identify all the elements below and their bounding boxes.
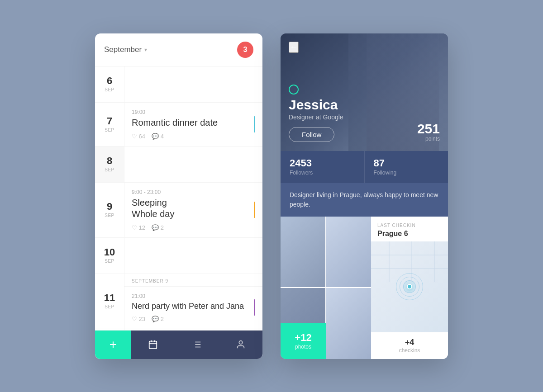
event-comments: 💬 2	[152, 224, 164, 231]
checkin-info: LAST CHECKIN Prague 6	[371, 217, 448, 241]
event-column[interactable]: 19:00 Romantic dinner date ♡ 64 💬 4	[124, 103, 262, 146]
event-indicator	[254, 299, 255, 316]
date-month: SEP	[105, 128, 114, 132]
profile-app: ← Jessica Designer at Google Follow 251 …	[281, 33, 448, 359]
svg-point-10	[239, 341, 242, 344]
points-label: points	[417, 136, 440, 142]
event-comments: 💬 2	[152, 316, 164, 322]
date-number: 9	[107, 202, 112, 212]
calendar-app: September ▾ 3 6 SEP 7 SEP 19:00 Romantic…	[95, 33, 262, 359]
month-selector[interactable]: September ▾	[104, 45, 147, 54]
add-event-button[interactable]: +	[95, 331, 131, 359]
event-time: 9:00 - 23:00	[132, 189, 255, 195]
event-comments: 💬 4	[152, 133, 164, 140]
date-number: 8	[107, 156, 112, 166]
calendar-row: 7 SEP 19:00 Romantic dinner date ♡ 64 💬 …	[95, 103, 262, 146]
profile-checkin: LAST CHECKIN Prague 6	[371, 217, 448, 359]
profile-photos: +12 photos	[281, 217, 371, 359]
date-month: SEP	[105, 167, 114, 172]
photos-count-number: +12	[295, 332, 311, 344]
date-column: 11 SEP	[95, 274, 124, 329]
profile-points: 251 points	[417, 122, 440, 142]
date-number: 11	[104, 293, 115, 303]
photos-count-button[interactable]: +12 photos	[281, 323, 326, 359]
event-title: SleepingWhole day	[132, 197, 255, 220]
date-month: SEP	[105, 213, 114, 218]
event-time: 21:00	[132, 293, 255, 299]
photo-thumbnail	[326, 288, 371, 359]
back-button[interactable]: ←	[289, 42, 299, 53]
calendar-row-active: 8 SEP	[95, 146, 262, 183]
date-month: SEP	[105, 87, 114, 92]
bottom-nav	[131, 331, 262, 359]
checkin-label: LAST CHECKIN	[377, 223, 442, 228]
month-label: September	[104, 45, 142, 54]
calendar-row: 9 SEP 9:00 - 23:00 SleepingWhole day ♡ 1…	[95, 183, 262, 238]
map-visual	[371, 241, 448, 332]
plus-icon: +	[110, 338, 117, 351]
profile-job-title: Designer at Google	[289, 113, 343, 121]
event-column	[124, 329, 262, 330]
profile-name: Jessica	[289, 98, 343, 112]
checkins-count-button[interactable]: +4 checkins	[371, 332, 448, 359]
profile-bottom: +12 photos LAST CHECKIN Prague 6	[281, 217, 448, 359]
notification-badge[interactable]: 3	[237, 42, 253, 58]
event-column	[124, 238, 262, 274]
follow-button[interactable]: Follow	[289, 127, 334, 142]
photo-thumbnail	[281, 217, 325, 288]
profile-stats: 2453 Followers 87 Following	[281, 151, 448, 183]
date-month: SEP	[105, 304, 114, 309]
map-location-dot	[407, 284, 412, 289]
profile-bio-section: Designer living in Prague, always happy …	[281, 183, 448, 217]
event-likes: ♡ 64	[132, 133, 145, 140]
date-month: SEP	[105, 259, 114, 264]
calendar-body: 6 SEP 7 SEP 19:00 Romantic dinner date ♡…	[95, 66, 262, 330]
date-column: 10 SEP	[95, 238, 124, 274]
event-likes: ♡ 23	[132, 316, 145, 322]
chevron-down-icon: ▾	[144, 47, 147, 53]
event-column	[124, 66, 262, 102]
followers-count: 2453	[290, 158, 355, 168]
following-stat[interactable]: 87 Following	[365, 151, 448, 183]
following-label: Following	[374, 170, 439, 176]
photo-cell	[326, 217, 371, 288]
svg-rect-0	[149, 341, 157, 349]
event-likes: ♡ 12	[132, 224, 145, 231]
checkins-count-label: checkins	[399, 347, 420, 354]
event-time: 19:00	[132, 109, 255, 115]
date-number: 7	[107, 116, 112, 126]
event-indicator	[254, 202, 255, 218]
event-meta: ♡ 12 💬 2	[132, 224, 255, 231]
date-number: 6	[107, 76, 112, 86]
date-separator: SEPTEMBER 9	[124, 274, 262, 287]
calendar-row: 6 SEP	[95, 66, 262, 103]
nav-list[interactable]	[192, 340, 202, 349]
checkin-location: Prague 6	[377, 230, 442, 238]
event-column[interactable]: 9:00 - 23:00 SleepingWhole day ♡ 12 💬 2	[124, 183, 262, 237]
calendar-header: September ▾ 3	[95, 33, 262, 66]
nav-calendar[interactable]	[148, 340, 158, 349]
nav-profile[interactable]	[236, 340, 246, 349]
photo-cell	[281, 217, 325, 288]
checkins-count-number: +4	[405, 338, 414, 347]
calendar-row: 10 SEP	[95, 238, 262, 274]
event-meta: ♡ 23 💬 2	[132, 316, 255, 322]
points-number: 251	[417, 122, 440, 136]
map-location-rings	[396, 273, 423, 300]
date-column: 8 SEP	[95, 146, 124, 182]
date-number: 10	[104, 247, 115, 257]
profile-info: Jessica Designer at Google Follow	[289, 85, 343, 142]
profile-bio-text: Designer living in Prague, always happy …	[290, 190, 439, 209]
online-indicator	[289, 85, 299, 94]
followers-stat[interactable]: 2453 Followers	[281, 151, 365, 183]
event-indicator	[254, 116, 255, 132]
event-title: Romantic dinner date	[132, 117, 255, 128]
calendar-footer: +	[95, 330, 262, 359]
date-column: 7 SEP	[95, 103, 124, 146]
profile-hero: ← Jessica Designer at Google Follow 251 …	[281, 33, 448, 151]
date-column: 6 SEP	[95, 66, 124, 102]
event-column[interactable]: 21:00 Nerd party with Peter and Jana ♡ 2…	[124, 287, 262, 329]
event-column	[124, 146, 262, 182]
calendar-row: 11 SEP SEPTEMBER 9 21:00 Nerd party with…	[95, 274, 262, 330]
followers-label: Followers	[290, 170, 355, 176]
